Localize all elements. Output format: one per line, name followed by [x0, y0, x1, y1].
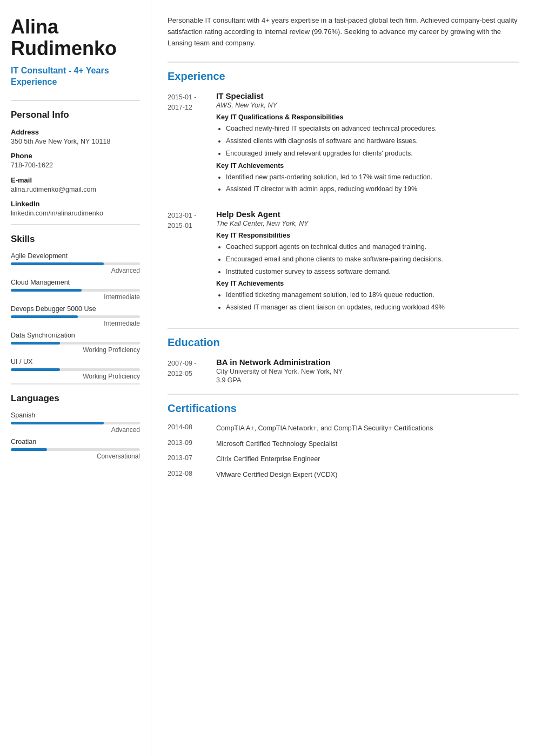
- edu-details: BA in Network AdministrationCity Univers…: [216, 357, 519, 384]
- cert-name: CompTIA A+, CompTIA Network+, and CompTI…: [216, 423, 519, 434]
- exp-bullets: Coached support agents on technical duti…: [216, 242, 519, 276]
- personal-label: LinkedIn: [11, 200, 140, 208]
- education-heading: Education: [168, 336, 519, 349]
- skill-level: Intermediate: [11, 320, 140, 327]
- languages-list: SpanishAdvancedCroatianConversational: [11, 411, 140, 460]
- exp-bullet-item: Assisted clients with diagnosis of softw…: [226, 136, 519, 146]
- skill-name: UI / UX: [11, 358, 140, 366]
- skill-bar-fill: [11, 342, 60, 345]
- divider-education: [168, 328, 519, 329]
- exp-bullet-item: Assisted IT director with admin apps, re…: [226, 184, 519, 194]
- exp-subtitle: Key IT Achievements: [216, 162, 519, 170]
- certification-entry: 2014-08CompTIA A+, CompTIA Network+, and…: [168, 423, 519, 434]
- skill-name: Data Synchronization: [11, 332, 140, 339]
- exp-bullet-item: Encouraged timely and relevant upgrades …: [226, 148, 519, 159]
- language-bar-container: [11, 422, 140, 424]
- certifications-heading: Certifications: [168, 402, 519, 415]
- experience-heading: Experience: [168, 70, 519, 83]
- language-name: Croatian: [11, 438, 140, 446]
- certification-entry: 2013-07Citrix Certified Enterprise Engin…: [168, 454, 519, 464]
- education-entry: 2007-09 - 2012-05BA in Network Administr…: [168, 357, 519, 384]
- certification-entry: 2013-09Microsoft Certified Technology Sp…: [168, 439, 519, 449]
- cert-name: Microsoft Certified Technology Specialis…: [216, 439, 519, 449]
- cert-date: 2012-08: [168, 470, 216, 480]
- exp-bullet-item: Encouraged email and phone clients to ma…: [226, 254, 519, 265]
- exp-bullets: Identified new parts-ordering solution, …: [216, 172, 519, 195]
- personal-value: 350 5th Ave New York, NY 10118: [11, 137, 140, 147]
- divider-languages: [11, 383, 140, 384]
- resume-container: Alina Rudimenko IT Consultant - 4+ Years…: [0, 0, 535, 756]
- skill-bar-fill: [11, 315, 78, 318]
- exp-company: The Kall Center, New York, NY: [216, 220, 519, 227]
- summary-text: Personable IT consultant with 4+ years e…: [168, 15, 519, 49]
- skill-bar-container: [11, 262, 140, 265]
- exp-details: IT SpecialistAWS, New York, NYKey IT Qua…: [216, 91, 519, 198]
- exp-bullet-item: Identified new parts-ordering solution, …: [226, 172, 519, 183]
- divider-experience: [168, 62, 519, 63]
- cert-date: 2013-09: [168, 439, 216, 449]
- exp-company: AWS, New York, NY: [216, 102, 519, 109]
- exp-subtitle: Key IT Responsibilities: [216, 232, 519, 239]
- main-content: Personable IT consultant with 4+ years e…: [151, 0, 535, 756]
- certifications-entries: 2014-08CompTIA A+, CompTIA Network+, and…: [168, 423, 519, 480]
- skill-bar-fill: [11, 289, 82, 292]
- cert-date: 2013-07: [168, 454, 216, 464]
- personal-value: linkedin.com/in/alinarudimenko: [11, 209, 140, 219]
- divider-personal: [11, 100, 140, 101]
- candidate-title: IT Consultant - 4+ Years Experience: [11, 65, 140, 88]
- language-name: Spanish: [11, 411, 140, 419]
- personal-label: Phone: [11, 152, 140, 160]
- divider-skills: [11, 224, 140, 225]
- exp-bullet-item: Identified ticketing management solution…: [226, 290, 519, 300]
- skill-level: Advanced: [11, 267, 140, 274]
- sidebar: Alina Rudimenko IT Consultant - 4+ Years…: [0, 0, 151, 756]
- exp-bullet-item: Coached newly-hired IT specialists on ad…: [226, 124, 519, 134]
- language-level: Conversational: [11, 453, 140, 460]
- personal-info-fields: Address350 5th Ave New York, NY 10118Pho…: [11, 128, 140, 219]
- exp-bullets: Identified ticketing management solution…: [216, 290, 519, 313]
- edu-degree: BA in Network Administration: [216, 357, 519, 367]
- skill-bar-container: [11, 315, 140, 318]
- skills-heading: Skills: [11, 234, 140, 245]
- edu-gpa: 3.9 GPA: [216, 376, 519, 384]
- language-bar-container: [11, 448, 140, 451]
- divider-certifications: [168, 394, 519, 395]
- exp-title: IT Specialist: [216, 91, 519, 100]
- skill-level: Working Proficiency: [11, 346, 140, 354]
- personal-info-heading: Personal Info: [11, 110, 140, 120]
- cert-name: Citrix Certified Enterprise Engineer: [216, 454, 519, 464]
- certification-entry: 2012-08VMware Certified Design Expert (V…: [168, 470, 519, 480]
- exp-bullet-item: Coached support agents on technical duti…: [226, 242, 519, 252]
- skill-bar-fill: [11, 262, 104, 265]
- candidate-name: Alina Rudimenko: [11, 16, 140, 59]
- skill-bar-fill: [11, 368, 60, 371]
- skill-bar-container: [11, 368, 140, 371]
- experience-entries: 2015-01 - 2017-12IT SpecialistAWS, New Y…: [168, 91, 519, 316]
- skills-list: Agile DevelopmentAdvancedCloud Managemen…: [11, 252, 140, 380]
- experience-entry: 2015-01 - 2017-12IT SpecialistAWS, New Y…: [168, 91, 519, 198]
- exp-subtitle: Key IT Qualifications & Responsibilities: [216, 113, 519, 121]
- cert-date: 2014-08: [168, 423, 216, 434]
- cert-name: VMware Certified Design Expert (VCDX): [216, 470, 519, 480]
- skill-bar-container: [11, 289, 140, 292]
- exp-bullet-item: Assisted IT manager as client liaison on…: [226, 302, 519, 313]
- exp-bullets: Coached newly-hired IT specialists on ad…: [216, 124, 519, 158]
- exp-dates: 2015-01 - 2017-12: [168, 91, 216, 198]
- skill-name: Devops Debugger 5000 Use: [11, 305, 140, 313]
- exp-title: Help Desk Agent: [216, 210, 519, 219]
- skill-bar-container: [11, 342, 140, 345]
- skill-name: Cloud Management: [11, 279, 140, 286]
- personal-label: Address: [11, 128, 140, 136]
- skill-level: Working Proficiency: [11, 373, 140, 380]
- language-bar-fill: [11, 422, 104, 424]
- personal-value: alina.rudimenko@gmail.com: [11, 185, 140, 195]
- education-entries: 2007-09 - 2012-05BA in Network Administr…: [168, 357, 519, 384]
- languages-heading: Languages: [11, 393, 140, 404]
- experience-entry: 2013-01 - 2015-01Help Desk AgentThe Kall…: [168, 210, 519, 316]
- personal-value: 718-708-1622: [11, 161, 140, 171]
- exp-bullet-item: Instituted customer survey to assess sof…: [226, 267, 519, 277]
- skill-name: Agile Development: [11, 252, 140, 260]
- exp-subtitle: Key IT Achievements: [216, 280, 519, 287]
- personal-label: E-mail: [11, 176, 140, 184]
- edu-school: City University of New York, New York, N…: [216, 368, 519, 375]
